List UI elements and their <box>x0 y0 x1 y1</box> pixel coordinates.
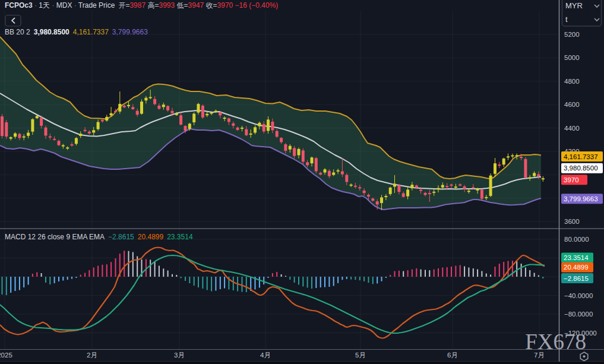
svg-text:3,980.8500: 3,980.8500 <box>564 164 598 172</box>
svg-text:5月: 5月 <box>355 352 366 359</box>
svg-text:4800: 4800 <box>564 78 580 85</box>
svg-text:−2.8615: −2.8615 <box>564 275 589 282</box>
svg-text:3,799.9663: 3,799.9663 <box>564 195 598 202</box>
svg-text:5000: 5000 <box>564 54 580 61</box>
svg-text:3月: 3月 <box>174 352 185 359</box>
svg-text:5200: 5200 <box>564 31 580 38</box>
svg-text:−80.0000: −80.0000 <box>564 311 593 318</box>
svg-text:4,161.7337: 4,161.7337 <box>564 153 598 160</box>
svg-text:MYR: MYR <box>565 1 583 10</box>
svg-text:4600: 4600 <box>564 101 580 108</box>
svg-text:20.4899: 20.4899 <box>564 264 589 271</box>
svg-text:−40.0000: −40.0000 <box>564 292 593 299</box>
svg-text:23.3514: 23.3514 <box>564 254 589 261</box>
svg-text:BB 20 2 3,980.8500 4,161.7337: BB 20 2 3,980.8500 4,161.7337 3,799.9663 <box>5 28 148 36</box>
svg-text:80.0000: 80.0000 <box>564 236 589 243</box>
svg-text:4月: 4月 <box>260 352 271 359</box>
svg-text:t: t <box>565 15 568 24</box>
svg-text:FX678: FX678 <box>525 330 586 354</box>
svg-text:2025: 2025 <box>0 352 12 359</box>
svg-text:3970: 3970 <box>564 176 579 183</box>
svg-text:3600: 3600 <box>564 218 580 225</box>
svg-text:4400: 4400 <box>564 125 580 132</box>
svg-text:2月: 2月 <box>87 352 97 359</box>
svg-text:FCPOc3 · 1天 · MDX · Trade Pric: FCPOc3 · 1天 · MDX · Trade Price 开=3987 高… <box>5 1 278 10</box>
svg-text:MACD 12 26 close 9 EMA EMA −2.: MACD 12 26 close 9 EMA EMA −2.8615 20.48… <box>5 233 193 241</box>
svg-text:6月: 6月 <box>447 352 458 359</box>
